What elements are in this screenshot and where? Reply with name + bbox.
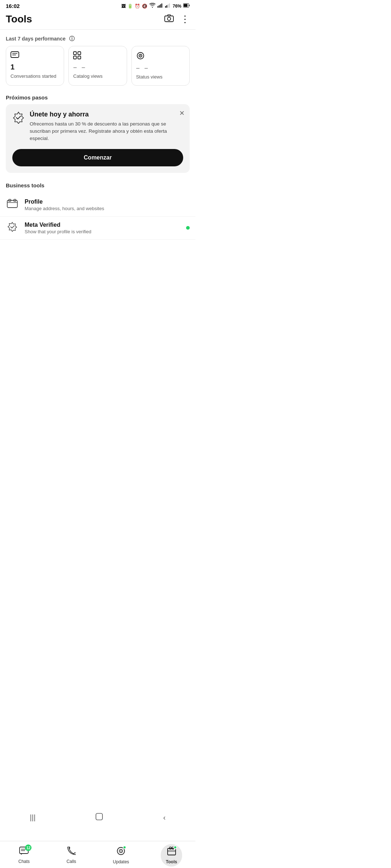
conversations-value: 1 <box>10 63 59 71</box>
svg-rect-3 <box>161 3 162 8</box>
svg-rect-9 <box>189 5 190 6</box>
conversations-icon <box>10 51 59 61</box>
signal-icon <box>157 3 163 9</box>
svg-rect-4 <box>165 6 166 8</box>
page-title: Tools <box>6 13 32 25</box>
status-icon <box>136 51 185 62</box>
battery-icon <box>183 3 190 9</box>
status-icons: 🖼 🔋 ⏰ 🔇 <box>121 3 190 9</box>
svg-rect-14 <box>11 52 19 58</box>
battery-level: 76% <box>173 4 181 9</box>
more-options-icon[interactable]: ⋮ <box>180 14 190 25</box>
status-label: Status views <box>136 74 185 80</box>
svg-rect-7 <box>169 3 170 8</box>
svg-rect-11 <box>165 16 173 22</box>
meta-verified-item[interactable]: Meta Verified Show that your profile is … <box>0 217 196 240</box>
profile-subtitle: Manage address, hours, and websites <box>25 206 190 211</box>
stats-row: 1 Conversations started – – Catalog view… <box>0 46 196 92</box>
svg-point-23 <box>140 55 141 56</box>
svg-rect-18 <box>78 52 81 55</box>
page-header: Tools ⋮ <box>0 10 196 30</box>
alarm-icon: ⏰ <box>135 4 140 9</box>
profile-item[interactable]: Profile Manage address, hours, and websi… <box>0 193 196 217</box>
camera-icon[interactable] <box>164 14 174 24</box>
stat-card-status: – – Status views <box>131 46 190 86</box>
performance-label: Last 7 days performance ⓘ <box>0 30 196 46</box>
proximos-label: Próximos pasos <box>0 92 196 104</box>
svg-point-12 <box>168 17 171 21</box>
catalog-value: – – <box>73 64 122 71</box>
gallery-icon: 🖼 <box>121 4 126 9</box>
battery-saver-icon: 🔋 <box>127 4 133 9</box>
svg-rect-10 <box>184 4 188 7</box>
business-tools-label: Business tools <box>0 180 196 193</box>
info-icon: ⓘ <box>69 35 75 42</box>
comenzar-button[interactable]: Comenzar <box>12 149 183 166</box>
promo-description: Ofrecemos hasta un 30 % de descuento a l… <box>30 120 183 142</box>
svg-rect-6 <box>168 4 168 8</box>
profile-title: Profile <box>25 199 190 205</box>
svg-rect-19 <box>73 56 76 59</box>
meta-verified-dot <box>186 226 190 230</box>
signal2-icon <box>165 3 171 9</box>
svg-rect-20 <box>78 56 81 59</box>
meta-verified-title: Meta Verified <box>25 222 180 228</box>
promo-title: Únete hoy y ahorra <box>30 111 183 118</box>
profile-icon <box>6 199 19 210</box>
catalog-icon <box>73 51 122 61</box>
svg-rect-2 <box>160 4 161 8</box>
mute-icon: 🔇 <box>142 4 147 9</box>
svg-rect-5 <box>167 5 167 8</box>
stat-card-conversations: 1 Conversations started <box>6 46 64 86</box>
svg-rect-17 <box>73 52 76 55</box>
stat-card-catalog: – – Catalog views <box>68 46 127 86</box>
catalog-label: Catalog views <box>73 73 122 80</box>
meta-verified-subtitle: Show that your profile is verified <box>25 229 180 234</box>
promo-card: ✕ Únete hoy y ahorra Ofrecemos hasta un … <box>6 104 190 173</box>
wifi-icon <box>149 3 156 9</box>
svg-rect-13 <box>168 15 171 16</box>
svg-rect-1 <box>159 5 160 8</box>
status-value: – – <box>136 64 185 72</box>
promo-close-button[interactable]: ✕ <box>179 109 185 117</box>
status-bar: 16:02 🖼 🔋 ⏰ 🔇 <box>0 0 196 10</box>
conversations-label: Conversations started <box>10 73 59 80</box>
promo-badge-icon <box>12 111 25 126</box>
status-time: 16:02 <box>6 3 20 9</box>
header-icons: ⋮ <box>164 14 190 25</box>
svg-rect-0 <box>157 6 158 8</box>
verified-icon <box>6 222 19 234</box>
